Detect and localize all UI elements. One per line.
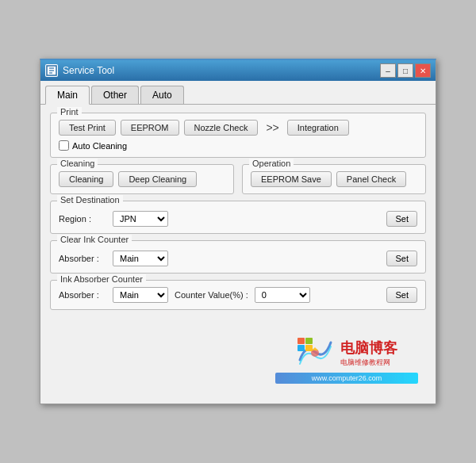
operation-button-row: EEPROM Save Panel Check	[251, 171, 417, 187]
integration-button[interactable]: Integration	[287, 120, 349, 136]
watermark-url: www.computer26.com	[275, 373, 418, 384]
set-destination-button[interactable]: Set	[386, 211, 417, 227]
counter-value-select[interactable]: 0 10 20 50 100	[255, 287, 310, 303]
operation-section-title: Operation	[249, 159, 294, 168]
print-section: Print Test Print EEPROM Nozzle Check >> …	[50, 113, 426, 158]
clear-ink-absorber-select[interactable]: Main Sub	[113, 251, 168, 266]
eeprom-save-button[interactable]: EEPROM Save	[251, 171, 332, 187]
clear-ink-absorber-row: Absorber : Main Sub Set	[59, 251, 417, 266]
region-row: Region : JPN USA EUR AUS Set	[59, 211, 417, 227]
titlebar-controls: – □ ✕	[380, 63, 431, 78]
tab-main[interactable]: Main	[45, 86, 90, 105]
region-select[interactable]: JPN USA EUR AUS	[113, 211, 168, 227]
watermark-area: 电脑博客 电脑维修教程网 www.computer26.com	[50, 316, 426, 396]
svg-rect-7	[298, 345, 305, 351]
ink-absorber-set-button[interactable]: Set	[386, 287, 417, 303]
cleaning-section: Cleaning Cleaning Deep Cleaning	[50, 164, 234, 194]
svg-rect-6	[305, 338, 313, 344]
app-icon	[45, 64, 58, 77]
watermark-title: 电脑博客	[340, 339, 397, 358]
watermark-logo: 电脑博客 电脑维修教程网	[296, 336, 397, 369]
arrow-icon[interactable]: >>	[263, 120, 282, 136]
main-window: Service Tool – □ ✕ Main Other Auto Print…	[40, 59, 436, 404]
deep-cleaning-button[interactable]: Deep Cleaning	[118, 171, 197, 187]
eeprom-button[interactable]: EEPROM	[121, 120, 179, 136]
minimize-button[interactable]: –	[380, 63, 396, 78]
clear-ink-absorber-label: Absorber :	[59, 254, 106, 263]
watermark-subtitle: 电脑维修教程网	[340, 358, 397, 368]
window-title: Service Tool	[63, 65, 114, 76]
logo-svg	[296, 336, 334, 369]
region-label: Region :	[59, 214, 106, 224]
operation-section: Operation EEPROM Save Panel Check	[242, 164, 426, 194]
set-destination-section: Set Destination Region : JPN USA EUR AUS…	[50, 201, 426, 234]
test-print-button[interactable]: Test Print	[59, 120, 116, 136]
maximize-button[interactable]: □	[397, 63, 413, 78]
panel-check-button[interactable]: Panel Check	[336, 171, 406, 187]
nozzle-check-button[interactable]: Nozzle Check	[184, 120, 259, 136]
svg-rect-5	[298, 338, 305, 344]
tab-auto[interactable]: Auto	[140, 86, 184, 104]
tab-bar: Main Other Auto	[40, 81, 436, 105]
cleaning-section-title: Cleaning	[57, 159, 98, 168]
counter-value-label: Counter Value(%) :	[175, 290, 248, 300]
auto-cleaning-text: Auto Cleaning	[72, 141, 127, 151]
ink-absorber-label: Absorber :	[59, 290, 106, 300]
print-button-row: Test Print EEPROM Nozzle Check >> Integr…	[59, 120, 417, 151]
watermark-text-block: 电脑博客 电脑维修教程网	[340, 339, 397, 368]
cleaning-button-row: Cleaning Deep Cleaning	[59, 171, 225, 187]
tab-other[interactable]: Other	[91, 86, 139, 104]
close-button[interactable]: ✕	[415, 63, 431, 78]
titlebar-left: Service Tool	[45, 64, 114, 77]
cleaning-button[interactable]: Cleaning	[59, 171, 113, 187]
ink-absorber-counter-section: Ink Absorber Counter Absorber : Main Sub…	[50, 280, 426, 310]
ink-absorber-select[interactable]: Main Sub	[113, 287, 168, 303]
svg-rect-8	[305, 345, 313, 351]
clear-ink-counter-section: Clear Ink Counter Absorber : Main Sub Se…	[50, 240, 426, 274]
clear-ink-counter-title: Clear Ink Counter	[57, 235, 132, 244]
auto-cleaning-label[interactable]: Auto Cleaning	[59, 140, 127, 151]
set-destination-title: Set Destination	[57, 195, 123, 205]
auto-cleaning-checkbox[interactable]	[59, 140, 69, 151]
clear-ink-set-button[interactable]: Set	[386, 251, 417, 266]
ink-absorber-counter-row: Absorber : Main Sub Counter Value(%) : 0…	[59, 287, 417, 303]
main-content: Print Test Print EEPROM Nozzle Check >> …	[40, 105, 436, 404]
titlebar: Service Tool – □ ✕	[40, 60, 436, 81]
ink-absorber-counter-title: Ink Absorber Counter	[57, 274, 146, 284]
print-section-title: Print	[57, 107, 82, 117]
watermark: 电脑博客 电脑维修教程网 www.computer26.com	[267, 324, 426, 396]
